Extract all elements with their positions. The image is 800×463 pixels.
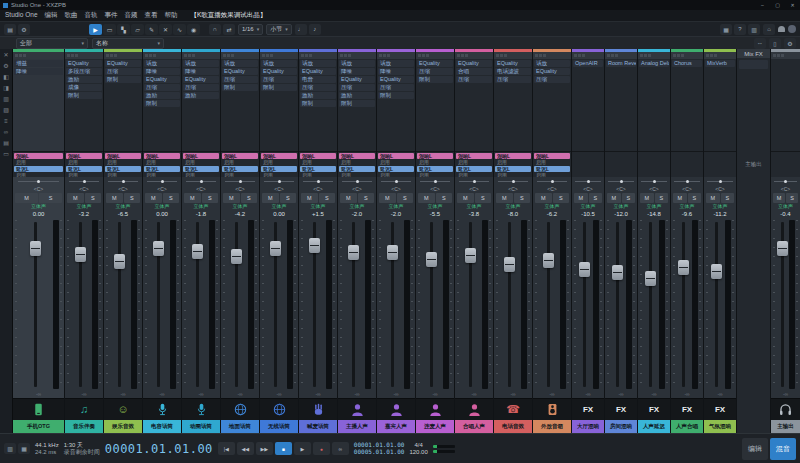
fader-handle[interactable]: [348, 245, 359, 260]
solo-button[interactable]: S: [688, 193, 702, 203]
pan-slider[interactable]: [65, 177, 103, 186]
channel-strip-手机OTG[interactable]: 增益降噪混响L启用延迟L启用<C>MS立体声0.00-∞手机OTG: [13, 49, 65, 433]
pan-slider[interactable]: [416, 177, 454, 186]
solo-button[interactable]: S: [721, 193, 735, 203]
insert-slot[interactable]: 压缩: [417, 68, 453, 75]
fader-handle[interactable]: [777, 241, 788, 256]
fader-track[interactable]: [421, 220, 442, 389]
insert-slot[interactable]: OpenAIR: [573, 60, 603, 67]
menu-item-7[interactable]: 帮助: [165, 11, 178, 20]
channel-strip-无线话筒[interactable]: 话放EQuality压缩限制混响L启用延迟L启用<C>MS立体声0.00-∞无线…: [260, 49, 299, 433]
mute-button[interactable]: M: [15, 193, 38, 203]
autoscroll-icon[interactable]: ⇄: [223, 24, 235, 35]
solo-button[interactable]: S: [358, 193, 375, 203]
mixfx-slot[interactable]: [739, 60, 768, 69]
insert-slot[interactable]: 激励: [66, 76, 102, 83]
mute-button[interactable]: M: [706, 193, 720, 203]
insert-slot[interactable]: 限制: [417, 76, 453, 83]
menu-item-4[interactable]: 事件: [105, 11, 118, 20]
fader-handle[interactable]: [645, 271, 656, 286]
insert-slot[interactable]: Room Reverb: [606, 60, 636, 67]
solo-button[interactable]: S: [514, 193, 531, 203]
minimize-button[interactable]: –: [755, 0, 770, 10]
mute-button[interactable]: M: [67, 193, 84, 203]
fader-track[interactable]: [343, 220, 364, 389]
return-to-start-button[interactable]: |◀: [218, 442, 235, 455]
solo-button[interactable]: S: [397, 193, 414, 203]
pan-slider[interactable]: [377, 177, 415, 186]
channel-strip-人声延迟[interactable]: Analog Delay<C>MS立体声-14.8-∞FX人声延迟: [638, 49, 671, 433]
wrench-icon[interactable]: ⚙: [18, 24, 30, 35]
insert-slot[interactable]: 压缩: [183, 84, 219, 91]
pan-slider[interactable]: [338, 177, 376, 186]
mute-button[interactable]: M: [496, 193, 513, 203]
channel-name[interactable]: 主播人声: [338, 420, 376, 433]
channel-name[interactable]: 地面话筒: [221, 420, 259, 433]
solo-button[interactable]: S: [124, 193, 141, 203]
insert-slot[interactable]: EQuality: [261, 68, 297, 75]
solo-button[interactable]: S: [202, 193, 219, 203]
close-button[interactable]: ✕: [785, 0, 800, 10]
channel-strip-音乐伴奏[interactable]: EQuality多段压缩激励成像限制混响L启用延迟L启用<C>MS立体声-3.2…: [65, 49, 104, 433]
group-icon[interactable]: ≡: [4, 118, 8, 124]
console-settings-icon[interactable]: ⚙: [784, 38, 796, 49]
insert-slot[interactable]: 降噪: [339, 68, 375, 75]
fast-forward-button[interactable]: ▶▶: [256, 442, 273, 455]
pan-slider[interactable]: [494, 177, 532, 186]
insert-slot[interactable]: 压缩: [534, 76, 570, 83]
channel-name[interactable]: 外放音箱: [533, 420, 571, 433]
performance-meter-icon[interactable]: ▥: [4, 443, 16, 454]
loop-end-time[interactable]: 00005.01.01.00: [354, 449, 405, 455]
insert-slot[interactable]: 增益: [14, 60, 63, 67]
insert-slot[interactable]: EQuality: [339, 76, 375, 83]
channel-strip-娱乐音效[interactable]: EQuality压缩限制混响L启用延迟L启用<C>MS立体声-6.5-∞☺娱乐音…: [104, 49, 143, 433]
solo-button[interactable]: S: [241, 193, 258, 203]
channel-name[interactable]: 娱乐音效: [104, 420, 142, 433]
channel-name[interactable]: 动圈话筒: [182, 420, 220, 433]
channel-name[interactable]: 大厅混响: [572, 420, 604, 433]
insert-slot[interactable]: 压缩: [222, 76, 258, 83]
insert-slot[interactable]: EQuality: [144, 76, 180, 83]
fader-handle[interactable]: [231, 249, 242, 264]
mute-button[interactable]: M: [535, 193, 552, 203]
mute-button[interactable]: M: [223, 193, 240, 203]
mute-button[interactable]: M: [673, 193, 687, 203]
bus-channels-icon[interactable]: ▥: [3, 96, 9, 102]
record-button[interactable]: ●: [313, 442, 330, 455]
insert-slot[interactable]: 降噪: [144, 68, 180, 75]
pan-slider[interactable]: [182, 177, 220, 186]
insert-slot[interactable]: 限制: [339, 100, 375, 107]
insert-slot[interactable]: EQuality: [417, 60, 453, 67]
fader-handle[interactable]: [465, 248, 476, 263]
help-icon[interactable]: ?: [734, 24, 746, 35]
fader-handle[interactable]: [579, 262, 590, 277]
fader-track[interactable]: [187, 220, 208, 389]
compact-view-icon[interactable]: ▯: [769, 38, 781, 49]
trash-icon[interactable]: ▭: [3, 151, 9, 157]
insert-slot[interactable]: EQuality: [456, 60, 492, 67]
insert-slot[interactable]: 成像: [66, 84, 102, 91]
fader-track[interactable]: [382, 220, 403, 389]
insert-slot[interactable]: 电音: [300, 76, 336, 83]
pan-slider[interactable]: [638, 177, 670, 186]
audio-device-icon[interactable]: ▤: [4, 24, 16, 35]
mute-button[interactable]: M: [640, 193, 654, 203]
mute-button[interactable]: M: [773, 193, 785, 203]
insert-slot[interactable]: 限制: [378, 92, 414, 99]
solo-button[interactable]: S: [553, 193, 570, 203]
channel-strip-电容话筒[interactable]: 话放降噪EQuality压缩激励限制混响L启用延迟L启用<C>MS立体声0.00…: [143, 49, 182, 433]
fader-handle[interactable]: [75, 247, 86, 262]
channel-name[interactable]: 电话音效: [494, 420, 532, 433]
channel-name[interactable]: 音乐伴奏: [65, 420, 103, 433]
paint-tool[interactable]: ✎: [145, 24, 158, 35]
mute-button[interactable]: M: [184, 193, 201, 203]
insert-slot[interactable]: Chorus: [672, 60, 702, 67]
channel-name[interactable]: 连麦人声: [416, 420, 454, 433]
insert-slot[interactable]: 压缩: [456, 76, 492, 83]
session-tab[interactable]: 【K歌直播效果调试出品】: [191, 11, 267, 20]
pan-slider[interactable]: [143, 177, 181, 186]
play-button[interactable]: ▶: [294, 442, 311, 455]
pan-slider[interactable]: [704, 177, 736, 186]
solo-button[interactable]: S: [436, 193, 453, 203]
solo-button[interactable]: S: [163, 193, 180, 203]
